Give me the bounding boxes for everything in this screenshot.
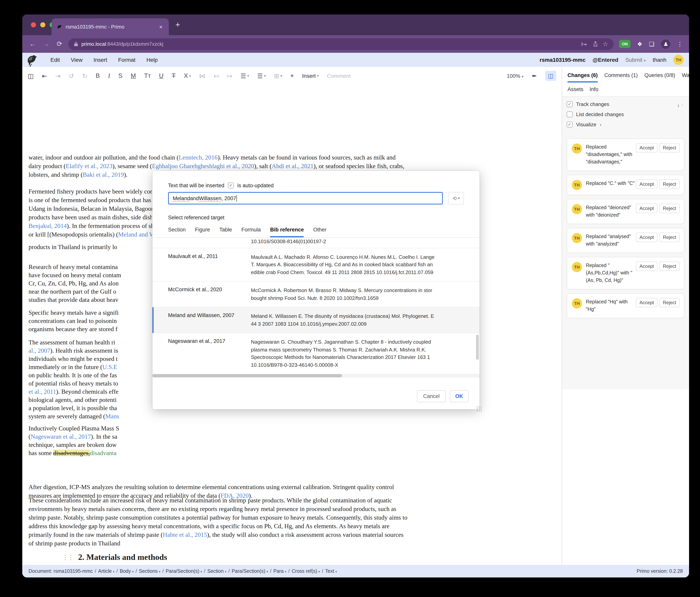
auto-updated-checkbox[interactable]: ✓ (228, 182, 234, 189)
float-position-icon[interactable]: ⌖ (291, 72, 294, 79)
spacing-icon[interactable]: M (131, 72, 136, 79)
checkbox[interactable] (567, 111, 573, 117)
sidebar-tab-info[interactable]: Info (590, 86, 598, 92)
dialog-tab-section[interactable]: Section (168, 227, 186, 237)
citation-link[interactable]: U.S.E (102, 364, 117, 370)
resize-handle[interactable] (477, 406, 478, 407)
forward-icon[interactable]: → (43, 40, 50, 48)
breadcrumb-item[interactable]: Sections▾ (139, 569, 160, 574)
table-icon[interactable]: ⊞▾ (274, 72, 282, 79)
bib-ref-row[interactable]: McCormick et al., 2020McCormick A. Rober… (152, 281, 480, 307)
vertical-scrollbar[interactable] (476, 335, 479, 360)
italic-icon[interactable]: I (108, 72, 110, 79)
reload-icon[interactable]: ⟳ (57, 40, 62, 48)
bib-ref-row[interactable]: Meland and Willassen, 2007Meland K. Will… (152, 307, 480, 333)
change-card[interactable]: THReplaced "disadventages," with "disadv… (567, 139, 684, 171)
reject-button[interactable]: Reject (659, 262, 680, 271)
menu-view[interactable]: View (71, 57, 82, 63)
bib-ref-row[interactable]: Nageswaran et al., 2017Nageswaran G. Cho… (152, 333, 480, 374)
sidebar-tab-comments[interactable]: Comments (1) (604, 72, 638, 82)
citation-link[interactable]: Nageswaran et al., 2017 (31, 433, 91, 440)
user-avatar[interactable]: TH (673, 55, 683, 65)
history-dropdown-button[interactable]: ⟲▾ (448, 192, 464, 204)
chevron-right-icon[interactable]: › (600, 122, 601, 127)
share-icon[interactable] (593, 41, 598, 47)
reject-button[interactable]: Reject (659, 204, 680, 213)
menu-insert[interactable]: Insert (93, 57, 107, 63)
split-view-icon[interactable]: ◫ (545, 71, 556, 81)
sidebar-tab-changes[interactable]: Changes (6) (568, 72, 598, 82)
submit-button[interactable]: Submit ▾ (625, 57, 646, 63)
change-card[interactable]: THReplaced "deionzed" with "deionized"Ac… (567, 199, 684, 224)
breadcrumb-item[interactable]: Para/Section(s)▾ (166, 569, 202, 574)
accept-button[interactable]: Accept (636, 204, 657, 213)
change-card[interactable]: THReplaced "Hq" with "Hg"AcceptReject (567, 293, 684, 318)
on-extension-badge[interactable]: ON (619, 40, 630, 48)
sort-asc-icon[interactable]: ↑ (681, 102, 683, 108)
clear-format-icon[interactable]: X▾ (184, 72, 191, 79)
bold-icon[interactable]: B (96, 72, 100, 79)
citation-link[interactable]: Baki et al., 2019 (83, 171, 124, 178)
bib-ref-row[interactable]: Maulvault et al., 2011Maulvault A.L. Mac… (152, 248, 480, 281)
key-icon[interactable] (581, 42, 588, 46)
underline-icon[interactable]: U (159, 72, 164, 79)
dialog-tab-other[interactable]: Other (313, 227, 327, 237)
address-bar[interactable]: primo.local:8443/dp/p1kdxmm7xzckj ☆ (69, 38, 614, 50)
change-card[interactable]: THReplaced "(As,Pb,Cd,Hg)" with "(As, Pb… (567, 257, 684, 289)
reject-button[interactable]: Reject (659, 233, 680, 242)
sidebar-tab-assets[interactable]: Assets (568, 86, 583, 92)
skip-to-start-icon[interactable]: ⇤ (42, 72, 47, 79)
menu-format[interactable]: Format (118, 57, 135, 63)
indent-icon[interactable]: ↦ (227, 72, 232, 79)
change-card[interactable]: THReplaced "analysed" with "analyzed"Acc… (567, 228, 684, 253)
accept-button[interactable]: Accept (636, 298, 657, 307)
horizontal-scrollbar[interactable] (152, 374, 480, 378)
sort-desc-icon[interactable]: ↓ (677, 102, 680, 108)
dialog-tab-bib-reference[interactable]: Bib reference (270, 227, 304, 237)
puzzle-extensions-icon[interactable]: ❖ (637, 41, 642, 48)
ok-button[interactable]: OK (450, 390, 469, 402)
side-panel-icon[interactable]: ❏ (649, 41, 654, 48)
breadcrumb-item[interactable]: Article▾ (98, 569, 115, 574)
dialog-tab-formula[interactable]: Formula (241, 227, 261, 237)
new-tab-button[interactable]: + (175, 21, 180, 28)
bib-ref-row[interactable]: 10.1016/S0308-8146(01)00197-2 (152, 238, 480, 248)
reject-button[interactable]: Reject (659, 298, 680, 307)
breadcrumb-item[interactable]: Text▾ (325, 569, 337, 574)
bookmark-star-icon[interactable]: ☆ (603, 40, 608, 48)
numbered-list-icon[interactable]: ☰▾ (257, 72, 266, 79)
back-icon[interactable]: ← (29, 40, 36, 48)
redo-icon[interactable]: ↻ (82, 72, 88, 79)
citation-link[interactable]: Mans (105, 413, 119, 420)
inserted-text-input[interactable]: Meland and Willassen, 2007 (168, 192, 443, 204)
citation-link[interactable]: al., 2007 (28, 347, 50, 354)
outdent-icon[interactable]: ↤ (214, 72, 219, 79)
breadcrumb-item[interactable]: Section▾ (207, 569, 226, 574)
sort-arrows[interactable]: ↓ ↑ (677, 102, 683, 108)
citation-link[interactable]: et al., 2011 (28, 388, 56, 395)
minimize-window-button[interactable] (40, 22, 45, 27)
small-caps-icon[interactable]: S (119, 72, 123, 79)
case-icon[interactable]: Tᴛ (144, 72, 151, 79)
strikethrough-icon[interactable]: T (172, 72, 176, 79)
menu-edit[interactable]: Edit (50, 57, 60, 63)
comment-button[interactable]: Comment (327, 73, 351, 79)
sidebar-tab-queries[interactable]: Queries (0/8) (645, 72, 675, 82)
bullet-list-icon[interactable]: ☰▾ (240, 72, 249, 79)
breadcrumb-item[interactable]: Cross ref(s)▾ (292, 569, 320, 574)
citation-link[interactable]: Habte et al., 2015 (163, 531, 207, 538)
citation-link[interactable]: Benjakul, 2014 (28, 222, 67, 229)
accept-button[interactable]: Accept (636, 233, 657, 242)
undo-icon[interactable]: ↺ (69, 72, 74, 79)
skip-to-end-icon[interactable]: ⇥ (55, 72, 60, 79)
breadcrumb-item[interactable]: Para/Section(s)▾ (231, 569, 268, 574)
cancel-button[interactable]: Cancel (417, 390, 446, 402)
browser-menu-icon[interactable]: ⋮ (677, 41, 683, 48)
dialog-tab-table[interactable]: Table (220, 227, 232, 237)
insert-menu-button[interactable]: Insert▾ (302, 73, 319, 79)
checkbox[interactable]: ✓ (567, 101, 573, 107)
dialog-tab-figure[interactable]: Figure (195, 227, 210, 237)
accept-button[interactable]: Accept (636, 179, 657, 189)
accept-button[interactable]: Accept (636, 262, 657, 271)
browser-tab[interactable]: rsma103195-mmc - Primo × (52, 18, 169, 35)
